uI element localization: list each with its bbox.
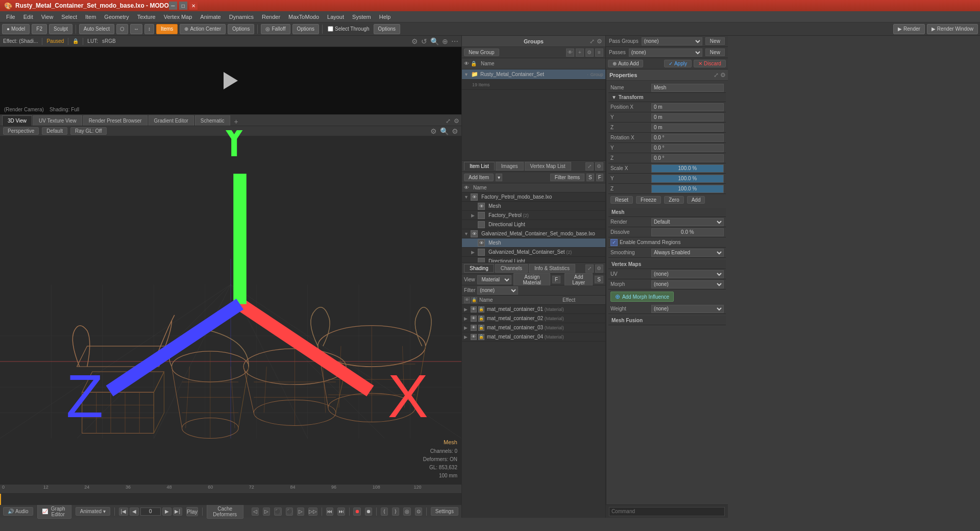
- shading-item-1[interactable]: ▶ 👁 🔒 mat_metal_container_01 (Material): [462, 305, 605, 314]
- groups-expand-icon[interactable]: ⤢: [590, 38, 595, 45]
- list-item[interactable]: Directional Light: [462, 257, 605, 262]
- menu-item[interactable]: Item: [81, 13, 100, 21]
- sh-lock-1[interactable]: 🔒: [478, 306, 484, 312]
- group-item-rusty[interactable]: ▼ 📁 Rusty_Metal_Container_Set · Group: [462, 69, 605, 80]
- tab-vertex-map-list[interactable]: Vertex Map List: [525, 162, 571, 171]
- transform-btn1[interactable]: ⬡: [116, 24, 128, 34]
- mode-sculpt-button[interactable]: Sculpt: [49, 24, 72, 34]
- bb-icon-12[interactable]: ⟩: [392, 508, 399, 516]
- vertex-maps-header[interactable]: Vertex Maps: [608, 260, 726, 269]
- list-item[interactable]: Directional Light: [462, 220, 605, 229]
- bb-icon-13[interactable]: ◎: [403, 508, 410, 516]
- vp-icon-expand[interactable]: ⤢: [446, 117, 451, 125]
- minimize-button[interactable]: ─: [169, 2, 177, 10]
- smoothing-select[interactable]: Always Enabled: [651, 249, 724, 257]
- animated-button[interactable]: Animated ▾: [76, 507, 110, 516]
- command-input[interactable]: [609, 507, 725, 516]
- record-button[interactable]: ⏺: [353, 508, 360, 516]
- props-expand-icon[interactable]: ⤢: [714, 71, 719, 79]
- filter-items-button[interactable]: Filter Items: [550, 174, 584, 181]
- visibility-2[interactable]: 👁: [478, 203, 485, 210]
- bb-icon-14[interactable]: ⊙: [415, 508, 422, 516]
- shading-item-4[interactable]: ▶ 👁 🔒 mat_metal_container_04 (Material): [462, 332, 605, 342]
- tab-schematic[interactable]: Schematic: [195, 115, 230, 126]
- sh-icon-settings[interactable]: ⚙: [595, 264, 603, 273]
- dissolve-slider[interactable]: 0.0 %: [651, 228, 724, 236]
- bb-icon-4[interactable]: ⚫: [286, 508, 293, 516]
- passes-new-button[interactable]: New: [705, 49, 725, 56]
- preview-icon-1[interactable]: ⚙: [411, 37, 418, 45]
- tab-gradient-editor[interactable]: Gradient Editor: [149, 115, 194, 126]
- menu-geometry[interactable]: Geometry: [100, 13, 133, 21]
- transport-skip-end[interactable]: ▶|: [173, 508, 182, 516]
- options-button-1[interactable]: Options: [228, 24, 254, 34]
- sh-lock-3[interactable]: 🔒: [478, 325, 484, 331]
- mesh-section-header[interactable]: Mesh: [608, 208, 726, 217]
- vp-icon-settings[interactable]: ⚙: [454, 117, 459, 125]
- mode-model-button[interactable]: ● Model: [2, 24, 30, 34]
- bb-icon-8[interactable]: ⏭: [337, 508, 345, 516]
- sh-vis-3[interactable]: 👁: [471, 325, 477, 331]
- bb-icon-3[interactable]: ⚫: [274, 508, 281, 516]
- visibility-6[interactable]: 👁: [478, 239, 485, 247]
- bb-icon-10[interactable]: ⏺: [365, 508, 372, 516]
- il-icon-2[interactable]: ⚙: [595, 162, 603, 171]
- menu-dynamics[interactable]: Dynamics: [225, 13, 258, 21]
- effect-selector[interactable]: Effect: (Shadi...: [3, 38, 38, 44]
- apply-button[interactable]: ✓ Apply: [664, 60, 692, 67]
- frame-input[interactable]: [140, 508, 161, 516]
- passes-select[interactable]: (none): [629, 49, 702, 57]
- shading-item-2[interactable]: ▶ 👁 🔒 mat_metal_container_02 (Material): [462, 314, 605, 323]
- menu-edit[interactable]: Edit: [19, 13, 37, 21]
- groups-icon-2[interactable]: +: [576, 49, 584, 57]
- select-through-checkbox[interactable]: [328, 26, 333, 32]
- close-button[interactable]: ✕: [189, 2, 198, 10]
- items-button[interactable]: Items: [156, 24, 178, 34]
- visibility-3[interactable]: [478, 212, 485, 219]
- render-select[interactable]: Default: [651, 218, 724, 226]
- position-z-value[interactable]: 0 m: [651, 124, 724, 132]
- groups-icon-3[interactable]: ⚙: [585, 49, 594, 57]
- transform-btn2[interactable]: ↔: [130, 24, 142, 34]
- filter-f[interactable]: F: [596, 174, 603, 181]
- rotation-y-value[interactable]: 0.0 °: [651, 144, 724, 152]
- props-settings-icon[interactable]: ⚙: [720, 71, 726, 79]
- uv-select[interactable]: (none): [651, 270, 724, 278]
- tab-images[interactable]: Images: [496, 162, 524, 171]
- play-button[interactable]: Play: [186, 507, 198, 516]
- transport-prev-frame[interactable]: ◀: [130, 508, 139, 516]
- preview-icon-3[interactable]: 🔍: [430, 37, 439, 45]
- tab-info-statistics[interactable]: Info & Statistics: [529, 264, 575, 273]
- tab-uv-texture-view[interactable]: UV Texture View: [33, 115, 82, 126]
- add-morph-influence-button[interactable]: ⊕ Add Morph Influence: [610, 292, 674, 302]
- auto-select-button[interactable]: Auto Select: [79, 24, 114, 34]
- groups-settings-icon[interactable]: ⚙: [597, 38, 602, 45]
- position-x-value[interactable]: 0 m: [651, 103, 724, 111]
- new-group-button[interactable]: New Group: [464, 49, 499, 56]
- menu-maxtomodo[interactable]: MaxToModo: [284, 13, 323, 21]
- menu-animate[interactable]: Animate: [196, 13, 225, 21]
- tab-channels[interactable]: Channels: [495, 264, 528, 273]
- groups-icon-1[interactable]: 👁: [566, 49, 574, 57]
- il-icon-1[interactable]: ⤢: [585, 162, 594, 171]
- options-button-3[interactable]: Options: [374, 24, 400, 34]
- shading-item-3[interactable]: ▶ 👁 🔒 mat_metal_container_03 (Material): [462, 323, 605, 332]
- filter-arrow[interactable]: S: [586, 174, 594, 181]
- visibility-7[interactable]: [478, 249, 485, 256]
- sh-vis-1[interactable]: 👁: [471, 306, 477, 312]
- sh-lock-2[interactable]: 🔒: [478, 316, 484, 322]
- audio-button[interactable]: 🔊 Audio: [3, 507, 33, 516]
- cache-deformers-button[interactable]: Cache Deformers: [207, 504, 243, 519]
- assign-material-button[interactable]: Assign Material: [513, 273, 550, 286]
- action-center-button[interactable]: ⊕ Action Center: [180, 24, 226, 34]
- list-item[interactable]: ▶ Factory_Petrol (2): [462, 211, 605, 220]
- menu-vertex-map[interactable]: Vertex Map: [160, 13, 197, 21]
- render-button[interactable]: ▶ Render: [893, 24, 925, 34]
- menu-texture[interactable]: Texture: [133, 13, 160, 21]
- visibility-5[interactable]: 👁: [471, 230, 478, 237]
- menu-render[interactable]: Render: [258, 13, 284, 21]
- transform-btn3[interactable]: ↕: [144, 24, 154, 34]
- falloff-button[interactable]: ◎ Falloff: [261, 24, 290, 34]
- bb-icon-11[interactable]: ⟨: [381, 508, 388, 516]
- shading-s-button[interactable]: S: [595, 276, 603, 283]
